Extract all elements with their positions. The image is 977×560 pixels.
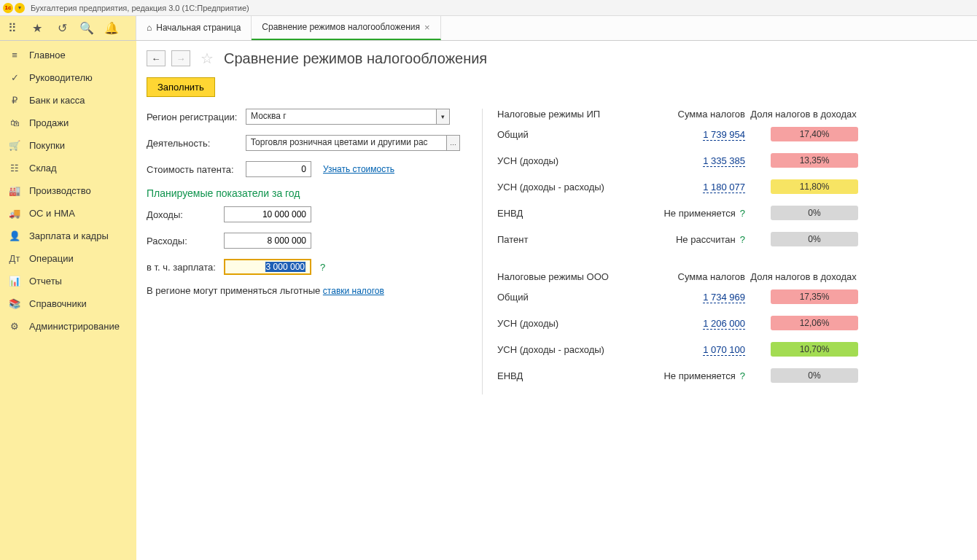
tax-amount: 1 180 077	[643, 182, 745, 192]
salary-label: в т. ч. зарплата:	[147, 262, 219, 273]
result-row: ПатентНе рассчитан?0%	[497, 232, 967, 246]
income-input[interactable]	[224, 206, 311, 222]
share-pill: 0%	[771, 232, 858, 246]
sidebar-label: Операции	[29, 253, 74, 264]
history-icon[interactable]: ↺	[50, 16, 74, 41]
sidebar-label: Отчеты	[29, 276, 62, 287]
amount-link[interactable]: 1 335 385	[703, 155, 745, 167]
close-icon[interactable]: ×	[424, 22, 430, 33]
help-icon[interactable]: ?	[320, 262, 325, 273]
sidebar-item-0[interactable]: ≡Главное	[0, 44, 136, 66]
share-cell: 0%	[745, 206, 862, 220]
sidebar-item-3[interactable]: 🛍Продажи	[0, 112, 136, 134]
sidebar-label: Производство	[29, 185, 91, 196]
ip-results-header: Налоговые режимы ИП Сумма налогов Доля н…	[497, 109, 967, 120]
activity-label: Деятельность:	[147, 138, 241, 149]
amount-link[interactable]: 1 180 077	[703, 182, 745, 193]
result-row: УСН (доходы)1 335 38513,35%	[497, 153, 967, 168]
fill-button[interactable]: Заполнить	[147, 77, 215, 97]
sidebar-label: Продажи	[29, 117, 69, 128]
share-cell: 10,70%	[745, 342, 862, 357]
bell-icon[interactable]: 🔔	[99, 16, 124, 41]
tax-amount: Не рассчитан?	[643, 234, 745, 245]
nav-back-button[interactable]: ←	[147, 50, 166, 66]
patent-cost-link[interactable]: Узнать стоимость	[323, 164, 394, 174]
col-sum: Сумма налогов	[643, 271, 745, 282]
amount-link[interactable]: 1 734 969	[703, 292, 745, 303]
regime-name: УСН (доходы)	[497, 318, 643, 329]
share-cell: 13,35%	[745, 153, 862, 168]
sidebar-label: Зарплата и кадры	[29, 230, 109, 241]
salary-input[interactable]: 3 000 000	[224, 259, 311, 275]
share-cell: 0%	[745, 368, 862, 383]
main-content: ← → ☆ Сравнение режимов налогообложения …	[136, 41, 977, 560]
patent-cost-input[interactable]	[246, 161, 311, 177]
share-cell: 12,06%	[745, 316, 862, 330]
activity-select[interactable]: Торговля розничная цветами и другими рас	[246, 135, 447, 151]
region-select[interactable]: Москва г	[246, 109, 437, 125]
tax-amount: Не применяется?	[643, 370, 745, 381]
favorite-icon[interactable]: ★	[25, 16, 50, 41]
sidebar-icon: 📚	[9, 298, 20, 309]
tab-home[interactable]: ⌂ Начальная страница	[136, 15, 252, 40]
more-icon[interactable]: …	[447, 135, 460, 151]
region-label: Регион регистрации:	[147, 112, 241, 122]
search-icon[interactable]: 🔍	[74, 16, 99, 41]
page-header: ← → ☆ Сравнение режимов налогообложения	[147, 50, 967, 67]
sidebar-item-1[interactable]: ✓Руководителю	[0, 66, 136, 89]
share-pill: 12,06%	[771, 316, 858, 330]
plan-section-header: Планируемые показатели за год	[147, 187, 460, 199]
regime-name: ЕНВД	[497, 208, 643, 219]
help-icon[interactable]: ?	[740, 208, 745, 219]
sidebar-item-12[interactable]: ⚙Администрирование	[0, 315, 136, 338]
star-icon[interactable]: ☆	[201, 50, 214, 67]
help-icon[interactable]: ?	[740, 234, 745, 245]
region-note: В регионе могут применяться льготные ста…	[147, 285, 460, 296]
tax-amount: 1 734 969	[643, 292, 745, 303]
sidebar-item-9[interactable]: ДтОперации	[0, 247, 136, 270]
tab-label: Сравнение режимов налогообложения	[262, 22, 420, 32]
sidebar-label: ОС и НМА	[29, 208, 75, 219]
tax-amount: 1 070 100	[643, 344, 745, 355]
nav-forward-button[interactable]: →	[171, 50, 190, 66]
form-panel: Регион регистрации: Москва г ▾ Деятельно…	[147, 109, 460, 394]
share-pill: 17,35%	[771, 289, 858, 304]
sidebar-item-10[interactable]: 📊Отчеты	[0, 270, 136, 292]
share-pill: 0%	[771, 368, 858, 383]
sidebar-label: Банк и касса	[29, 95, 85, 106]
amount-link[interactable]: 1 206 000	[703, 318, 745, 330]
tab-tax-compare[interactable]: Сравнение режимов налогообложения ×	[252, 15, 440, 40]
amount-link[interactable]: 1 070 100	[703, 344, 745, 356]
sidebar-item-6[interactable]: 🏭Производство	[0, 179, 136, 202]
sidebar-label: Покупки	[29, 140, 65, 151]
result-row: УСН (доходы - расходы)1 070 10010,70%	[497, 342, 967, 357]
expense-input[interactable]	[224, 233, 311, 249]
result-row: ЕНВДНе применяется?0%	[497, 206, 967, 220]
amount-link[interactable]: 1 739 954	[703, 129, 745, 141]
window-title: Бухгалтерия предприятия, редакция 3.0 (1…	[31, 4, 249, 12]
tab-bar: ⌂ Начальная страница Сравнение режимов н…	[136, 16, 977, 40]
sidebar-item-7[interactable]: 🚚ОС и НМА	[0, 202, 136, 225]
app-dropdown-icon[interactable]: ▾	[15, 3, 25, 13]
apps-icon[interactable]: ⠿	[0, 16, 25, 41]
sidebar-icon: ☷	[9, 163, 20, 174]
tax-rates-link[interactable]: ставки налогов	[323, 286, 384, 296]
sidebar-label: Администрирование	[29, 321, 120, 332]
regime-name: УСН (доходы - расходы)	[497, 182, 643, 192]
sidebar-item-2[interactable]: ₽Банк и касса	[0, 89, 136, 112]
share-pill: 10,70%	[771, 342, 858, 357]
sidebar-icon: 📊	[9, 276, 20, 287]
share-cell: 0%	[745, 232, 862, 246]
help-icon[interactable]: ?	[740, 370, 745, 381]
share-pill: 17,40%	[771, 127, 858, 141]
col-share: Доля налогов в доходах	[745, 109, 862, 120]
sidebar-item-11[interactable]: 📚Справочники	[0, 292, 136, 315]
sidebar-item-5[interactable]: ☷Склад	[0, 157, 136, 179]
chevron-down-icon[interactable]: ▾	[437, 109, 450, 125]
salary-value: 3 000 000	[265, 262, 305, 272]
sidebar-label: Склад	[29, 163, 57, 174]
share-cell: 17,35%	[745, 289, 862, 304]
sidebar-item-4[interactable]: 🛒Покупки	[0, 134, 136, 157]
sidebar-item-8[interactable]: 👤Зарплата и кадры	[0, 225, 136, 247]
result-row: УСН (доходы)1 206 00012,06%	[497, 316, 967, 330]
